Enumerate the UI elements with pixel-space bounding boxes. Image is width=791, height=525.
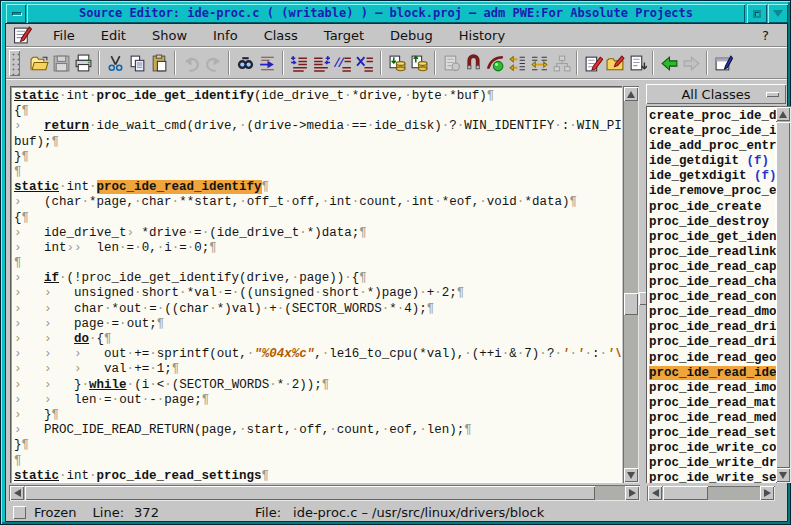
code-horizontal-scrollbar[interactable] (9, 485, 640, 501)
toolbar-merge-both-button[interactable] (528, 50, 550, 76)
toolbar-separator (652, 51, 654, 75)
list-scroll-up-button[interactable] (776, 107, 790, 121)
class-list-item[interactable]: proc_ide_read_mat (649, 396, 776, 411)
file-path-value: ide-proc.c – /usr/src/linux/drivers/bloc… (293, 505, 544, 520)
class-list-item[interactable]: proc_ide_write_se (649, 471, 776, 483)
class-list-item[interactable]: proc_ide_read_imo (649, 381, 776, 396)
print-icon (74, 54, 93, 73)
code-scroll-right-button[interactable] (625, 486, 639, 500)
class-list-item[interactable]: proc_ide_get_iden (649, 230, 776, 245)
code-line: › if·(!proc_ide_get_identify(drive,·page… (14, 271, 622, 286)
toolbar-magnet-button[interactable] (462, 50, 484, 76)
toolbar-goto-line-button[interactable] (256, 50, 278, 76)
list-scroll-right-button[interactable] (760, 486, 774, 500)
class-list-item[interactable]: proc_ide_write_co (649, 441, 776, 456)
list-vertical-scrollbar[interactable] (776, 106, 791, 483)
class-list-item[interactable]: proc_ide_read_dmo (649, 305, 776, 320)
shade-button[interactable] (768, 4, 788, 23)
class-list-item[interactable]: proc_ide_create (649, 200, 776, 215)
code-vscroll-thumb[interactable] (624, 293, 638, 315)
menu-item-debug[interactable]: Debug (377, 25, 446, 46)
arrow-up-icon (627, 91, 635, 98)
toolbar-outdent-button[interactable] (310, 50, 332, 76)
class-list-item[interactable]: ide_getxdigit (f) (649, 169, 776, 184)
indent-icon (290, 54, 309, 73)
class-list-item[interactable]: proc_ide_read_con (649, 290, 776, 305)
class-filter-dropdown[interactable]: All Classes (646, 84, 786, 104)
code-line: buf);¶ (14, 135, 622, 150)
toolbar-run-button[interactable] (484, 50, 506, 76)
toolbar-make-folder-button[interactable] (604, 50, 626, 76)
toolbar-indent-button[interactable] (288, 50, 310, 76)
toolbar-paste-button[interactable] (148, 50, 170, 76)
menu-item-file[interactable]: File (40, 25, 88, 46)
class-list-item[interactable]: proc_ide_read_geo (649, 351, 776, 366)
menu-item-class[interactable]: Class (251, 25, 311, 46)
maximize-button[interactable] (747, 4, 767, 23)
line-label: Line: (93, 505, 124, 520)
code-line: › › }·while·(i·<·(SECTOR_WORDS·*·2));¶ (14, 378, 622, 393)
toolbar-properties-button[interactable] (712, 50, 734, 76)
menu-item-history[interactable]: History (446, 25, 518, 46)
class-list-item[interactable]: proc_ide_read_set (649, 426, 776, 441)
class-list-item[interactable]: create_proc_ide_d (649, 109, 776, 124)
class-list-item[interactable]: proc_ide_read_cha (649, 275, 776, 290)
toolbar-merge-left-button[interactable] (506, 50, 528, 76)
list-scroll-left-button[interactable] (648, 486, 662, 500)
class-list-item[interactable]: proc_ide_read_dri (649, 320, 776, 335)
redo-icon (204, 54, 223, 73)
update-doc-icon (628, 54, 647, 73)
comment-icon: // (334, 54, 353, 73)
class-list-item[interactable]: create_proc_ide_i (649, 124, 776, 139)
code-line: static·int·proc_ide_get_identify(ide_dri… (14, 89, 622, 104)
toolbar-cut-button[interactable] (104, 50, 126, 76)
menu-item-info[interactable]: Info (200, 25, 251, 46)
code-hscroll-thumb[interactable] (25, 486, 595, 500)
toolbar-grip-handle[interactable] (9, 50, 20, 76)
code-line: › }¶ (14, 408, 622, 423)
class-list-item-selected[interactable]: proc_ide_read_ide (649, 366, 776, 381)
list-horizontal-scrollbar[interactable] (647, 486, 775, 501)
toolbar-copy-button[interactable] (126, 50, 148, 76)
list-hscroll-thumb[interactable] (663, 486, 708, 500)
arrow-left-icon (652, 489, 659, 497)
scroll-up-button[interactable] (624, 87, 638, 101)
toolbar-back-button[interactable] (658, 50, 680, 76)
class-list-item[interactable]: proc_ide_write_dr (649, 456, 776, 471)
class-list-item[interactable]: proc_ide_readlink (649, 245, 776, 260)
menu-item-show[interactable]: Show (139, 25, 200, 46)
menubar: FileEditShowInfoClassTargetDebugHistory … (6, 24, 787, 47)
toolbar-uncomment-button[interactable] (354, 50, 376, 76)
toolbar-find-button[interactable] (234, 50, 256, 76)
class-list-item[interactable]: ide_getdigit (f) (649, 154, 776, 169)
menu-item-edit[interactable]: Edit (88, 25, 139, 46)
list-scroll-down-button[interactable] (776, 468, 790, 482)
option-menu-indicator-icon (766, 92, 779, 97)
toolbar-print-button[interactable] (72, 50, 94, 76)
titlebar[interactable]: Source Editor: ide-proc.c ( (writable) )… (5, 4, 788, 23)
window-menu-button[interactable] (6, 4, 26, 23)
class-list-item[interactable]: proc_ide_read_med (649, 411, 776, 426)
toolbar-update-doc-button[interactable] (626, 50, 648, 76)
list-vscroll-thumb[interactable] (776, 122, 790, 468)
code-scroll-left-button[interactable] (10, 486, 24, 500)
class-list-item[interactable]: proc_ide_destroy (649, 215, 776, 230)
scroll-down-button[interactable] (624, 468, 638, 482)
toolbar-separator (282, 51, 284, 75)
class-list-item[interactable]: ide_add_proc_entr (649, 139, 776, 154)
class-list-item[interactable]: proc_ide_read_cap (649, 260, 776, 275)
toolbar-check-in-button[interactable] (408, 50, 430, 76)
toolbar-check-out-button[interactable] (386, 50, 408, 76)
menu-item-help[interactable]: ? (744, 25, 787, 46)
code-editor[interactable]: static·int·proc_ide_get_identify(ide_dri… (10, 86, 622, 483)
toolbar-open-file-button[interactable] (28, 50, 50, 76)
toolbar-comment-button[interactable]: // (332, 50, 354, 76)
class-list[interactable]: create_proc_ide_dcreate_proc_ide_iide_ad… (646, 106, 776, 483)
class-list-item[interactable]: ide_remove_proc_e (649, 184, 776, 199)
class-list-item[interactable]: proc_ide_read_dri (649, 335, 776, 350)
open-file-icon (30, 54, 49, 73)
frozen-toggle[interactable] (13, 506, 26, 519)
toolbar-edit-make-button[interactable] (582, 50, 604, 76)
menu-item-target[interactable]: Target (311, 25, 377, 46)
code-vertical-scrollbar[interactable] (623, 86, 639, 483)
